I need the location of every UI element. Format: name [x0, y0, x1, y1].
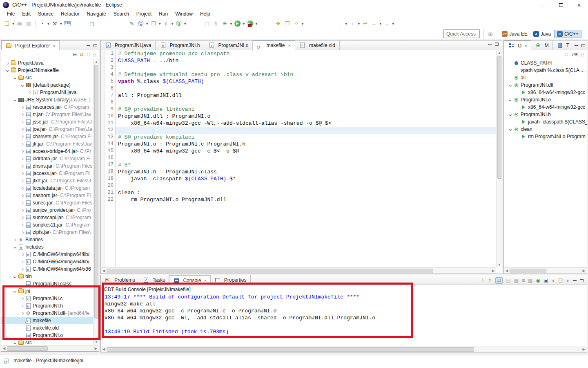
- outline-item-class-path[interactable]: CLASS_PATH: [504, 59, 587, 67]
- makefile-editor[interactable]: 12345678910111213141516171819202122 # De…: [101, 50, 496, 267]
- editor-line[interactable]: ProgramJNI.o : ProgramJNI.c ProgramJNI.h: [118, 141, 496, 148]
- tab-tasks[interactable]: Tasks: [139, 275, 169, 285]
- project-explorer-vertical-scrollbar[interactable]: ▲ ▼: [93, 59, 99, 345]
- chevron-right-icon[interactable]: [19, 143, 25, 145]
- explorer-item-c-mingw64-mingw64-lib[interactable]: C:/MinGW64/mingw64/lib/: [1, 251, 93, 258]
- explorer-item-programjni-c[interactable]: ProgramJNI.c: [1, 295, 93, 302]
- explorer-item-jsse-jar[interactable]: jsse.jar - C:\Program Files\J: [1, 118, 93, 126]
- chevron-right-icon[interactable]: [19, 121, 25, 123]
- new-c-source-folder-dropdown-icon[interactable]: ▼: [158, 22, 161, 25]
- chevron-right-icon[interactable]: [19, 106, 25, 108]
- outline-item-all[interactable]: all: [504, 74, 587, 81]
- previous-annotation-dropdown-icon[interactable]: ▼: [357, 22, 360, 25]
- perspective-java[interactable]: JJava: [531, 30, 553, 38]
- explorer-item-nashorn-jar[interactable]: nashorn.jar - C:\Program Fi: [1, 192, 93, 199]
- close-icon[interactable]: ×: [524, 43, 527, 48]
- explorer-item-c-mingw64-mingw64-x86[interactable]: C:/MinGW64/mingw64/x86: [1, 265, 93, 273]
- close-icon[interactable]: ×: [288, 43, 290, 48]
- maximize-view-button[interactable]: [94, 44, 97, 47]
- explorer-item-sunec-jar[interactable]: sunec.jar - C:\Program Files: [1, 199, 93, 206]
- explorer-item-cldrdata-jar[interactable]: cldrdata.jar - C:\Program Fi: [1, 155, 93, 162]
- pin-console-icon[interactable]: ◉: [536, 278, 540, 283]
- editor-code[interactable]: # Definujeme promenou pro classpathCLASS…: [116, 50, 496, 267]
- chevron-right-icon[interactable]: [19, 165, 25, 167]
- chevron-right-icon[interactable]: [19, 195, 25, 197]
- window-minimize-button[interactable]: [534, 0, 552, 10]
- outline-item-javah-classpath-class[interactable]: javah -classpath $(CLASS_: [504, 118, 587, 126]
- display-selected-console-icon[interactable]: ▣: [543, 278, 548, 283]
- run-icon[interactable]: ▶: [234, 19, 242, 28]
- editor-line[interactable]: all : ProgramJNI.dll: [118, 92, 496, 99]
- minimize-view-button[interactable]: [575, 45, 578, 46]
- explorer-item-default-package[interactable]: (default package): [1, 81, 93, 89]
- minimize-editor-button[interactable]: [488, 44, 492, 45]
- chevron-right-icon[interactable]: [27, 92, 32, 94]
- minimize-view-button[interactable]: [573, 280, 577, 281]
- copy-build-log-icon[interactable]: ▤: [506, 278, 510, 283]
- editor-line[interactable]: # $@ provadime linkovani: [118, 106, 496, 113]
- link-with-editor-icon[interactable]: ⇄: [80, 52, 84, 57]
- editor-tab-makefile[interactable]: makefile×: [253, 40, 295, 50]
- outline-item-x86-64-w64-mingw32-gcc[interactable]: x86_64-w64-mingw32-gcc: [504, 103, 587, 111]
- view-menu-icon[interactable]: ▽: [93, 52, 96, 57]
- menu-source[interactable]: Source: [34, 10, 57, 18]
- editor-tab-programjni-c[interactable]: ProgramJNI.c: [204, 40, 252, 50]
- build-all-dropdown-icon[interactable]: ▼: [47, 22, 50, 25]
- chevron-right-icon[interactable]: [19, 217, 25, 219]
- explorer-item-sunjce-provider-jar[interactable]: sunjce_provider.jar - C:\Pro: [1, 206, 93, 214]
- outline-item-rm-programjni-o-program[interactable]: rm ProgramJNI.o Program: [504, 133, 587, 140]
- chevron-right-icon[interactable]: [19, 180, 25, 182]
- chevron-down-icon[interactable]: [12, 99, 18, 101]
- chevron-right-icon[interactable]: [19, 312, 25, 314]
- build-icon[interactable]: ⚒: [51, 19, 59, 28]
- perspective-java-ee[interactable]: JEJava EE: [499, 30, 530, 38]
- editor-line[interactable]: CLASS_PATH = ../bin: [118, 57, 496, 64]
- maximize-view-button[interactable]: [580, 279, 584, 282]
- explorer-item-jre-system-library[interactable]: JRE System Library [JavaSE-1.8]: [1, 96, 93, 103]
- explorer-item-dnsns-jar[interactable]: dnsns.jar - C:\Program Files: [1, 162, 93, 170]
- chevron-right-icon[interactable]: [19, 209, 25, 211]
- tab-project-explorer[interactable]: Project Explorer ×: [1, 40, 60, 50]
- editor-line[interactable]: [118, 99, 496, 106]
- back-icon[interactable]: ←: [370, 19, 378, 28]
- explorer-item-jaccess-jar[interactable]: jaccess.jar - C:\Program Fil: [1, 170, 93, 177]
- view-menu-icon[interactable]: ▽: [581, 52, 584, 57]
- explorer-item-src[interactable]: src: [1, 339, 93, 345]
- tab-outline-t[interactable]: T: [553, 40, 573, 50]
- editor-line[interactable]: # Definujeme promenou pro classpath: [118, 50, 496, 57]
- close-icon[interactable]: ×: [53, 43, 55, 48]
- last-edit-location-icon[interactable]: ↩: [361, 19, 369, 28]
- outline-item-clean[interactable]: clean: [504, 126, 587, 133]
- editor-tab-programjni-java[interactable]: ProgramJNI.java: [101, 40, 156, 50]
- explorer-item-programjni-dll[interactable]: ⚙ProgramJNI.dll - [amd64/le: [1, 310, 93, 317]
- run-external-tools-dropdown-icon[interactable]: ▼: [255, 22, 258, 25]
- close-icon[interactable]: ×: [204, 278, 206, 283]
- chevron-down-icon[interactable]: [507, 128, 513, 130]
- editor-current-line[interactable]: [116, 127, 496, 134]
- sort-az-icon[interactable]: ↓ᵃᵶ: [571, 52, 577, 57]
- menu-help[interactable]: Help: [196, 10, 214, 18]
- new-c-source-folder-icon[interactable]: ❒: [149, 19, 158, 28]
- chevron-right-icon[interactable]: [19, 158, 25, 160]
- explorer-item-rt-jar[interactable]: rt.jar - C:\Program Files\Jav: [1, 111, 93, 118]
- open-console-dropdown-icon[interactable]: ▼: [566, 280, 569, 283]
- debug-icon[interactable]: ✳: [221, 19, 229, 28]
- chevron-right-icon[interactable]: [19, 128, 25, 130]
- tab-outline-o[interactable]: O×: [504, 40, 531, 50]
- menu-project[interactable]: Project: [133, 10, 155, 18]
- explorer-item-access-bridge-64-jar[interactable]: access-bridge-64.jar - C:\Pr: [1, 148, 93, 155]
- chevron-down-icon[interactable]: [4, 70, 10, 72]
- chevron-down-icon[interactable]: [12, 276, 18, 278]
- editor-line[interactable]: javah -classpath $(CLASS_PATH) $*: [118, 175, 496, 182]
- editor-line[interactable]: rm ProgramJNI.o ProgramJNI.dll: [118, 196, 496, 203]
- menu-refactor[interactable]: Refactor: [57, 10, 83, 18]
- explorer-item-makefile-old[interactable]: makefile.old: [1, 324, 93, 332]
- tab-outline-m[interactable]: M: [531, 40, 553, 50]
- explorer-item-projektjnimakefile[interactable]: ProjektJNImakefile: [1, 67, 93, 74]
- explorer-item-programjni-h[interactable]: ProgramJNI.h: [1, 302, 93, 310]
- editor-line[interactable]: ProgramJNI.h : ProgramJNI.class: [118, 168, 496, 175]
- open-type-icon[interactable]: ❖: [274, 19, 282, 28]
- new-c-source-file-icon[interactable]: ⓒ: [137, 19, 145, 28]
- clear-console-icon[interactable]: ▧: [528, 278, 532, 283]
- explorer-item-zipfs-jar[interactable]: zipfs.jar - C:\Program Files\: [1, 229, 93, 236]
